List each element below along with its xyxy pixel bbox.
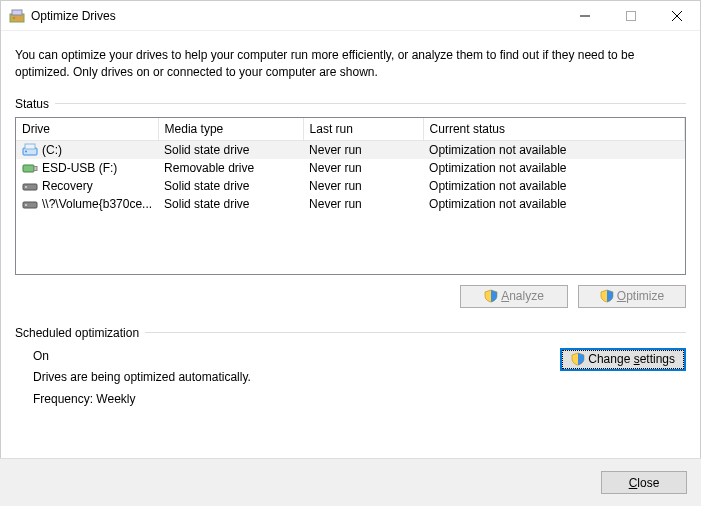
drive-lastrun: Never run <box>303 140 423 159</box>
drive-media: Solid state drive <box>158 177 303 195</box>
drive-icon <box>22 143 38 157</box>
col-drive[interactable]: Drive <box>16 118 158 141</box>
drive-icon <box>22 179 38 193</box>
svg-line-6 <box>672 11 682 21</box>
svg-rect-8 <box>25 144 35 149</box>
table-row[interactable]: RecoverySolid state driveNever runOptimi… <box>16 177 685 195</box>
change-settings-button[interactable]: Change settings <box>560 348 686 371</box>
shield-icon <box>600 289 614 303</box>
optimize-button: Optimize <box>578 285 686 308</box>
col-status[interactable]: Current status <box>423 118 684 141</box>
drive-media: Solid state drive <box>158 140 303 159</box>
drive-lastrun: Never run <box>303 177 423 195</box>
minimize-button[interactable] <box>562 1 608 31</box>
col-media[interactable]: Media type <box>158 118 303 141</box>
drive-media: Solid state drive <box>158 195 303 213</box>
table-row[interactable]: \\?\Volume{b370ce...Solid state driveNev… <box>16 195 685 213</box>
drive-lastrun: Never run <box>303 159 423 177</box>
close-button[interactable]: Close <box>601 471 687 494</box>
window-title: Optimize Drives <box>31 9 116 23</box>
drives-table[interactable]: Drive Media type Last run Current status… <box>15 117 686 275</box>
svg-rect-4 <box>627 11 636 20</box>
drive-icon <box>22 161 38 175</box>
divider <box>55 103 686 104</box>
drive-status: Optimization not available <box>423 195 684 213</box>
drive-status: Optimization not available <box>423 140 684 159</box>
svg-point-15 <box>25 204 27 206</box>
col-lastrun[interactable]: Last run <box>303 118 423 141</box>
drive-status: Optimization not available <box>423 159 684 177</box>
schedule-freq: Frequency: Weekly <box>33 389 560 411</box>
scheduled-heading: Scheduled optimization <box>15 326 139 340</box>
drive-name: Recovery <box>42 179 93 193</box>
svg-point-13 <box>25 186 27 188</box>
svg-point-2 <box>13 17 15 19</box>
schedule-state: On <box>33 346 560 368</box>
drive-lastrun: Never run <box>303 195 423 213</box>
analyze-button: Analyze <box>460 285 568 308</box>
table-row[interactable]: (C:)Solid state driveNever runOptimizati… <box>16 140 685 159</box>
drive-media: Removable drive <box>158 159 303 177</box>
svg-point-9 <box>25 150 27 152</box>
divider <box>145 332 686 333</box>
status-heading: Status <box>15 97 49 111</box>
drive-name: \\?\Volume{b370ce... <box>42 197 152 211</box>
table-row[interactable]: ESD-USB (F:)Removable driveNever runOpti… <box>16 159 685 177</box>
close-window-button[interactable] <box>654 1 700 31</box>
svg-rect-10 <box>23 165 34 172</box>
drive-icon <box>22 197 38 211</box>
drive-status: Optimization not available <box>423 177 684 195</box>
drive-name: (C:) <box>42 143 62 157</box>
shield-icon <box>571 352 585 366</box>
svg-rect-1 <box>12 10 22 15</box>
shield-icon <box>484 289 498 303</box>
drive-name: ESD-USB (F:) <box>42 161 117 175</box>
maximize-button <box>608 1 654 31</box>
schedule-desc: Drives are being optimized automatically… <box>33 367 560 389</box>
app-icon <box>9 8 25 24</box>
svg-line-5 <box>672 11 682 21</box>
description-text: You can optimize your drives to help you… <box>15 47 686 81</box>
svg-rect-11 <box>34 166 37 170</box>
